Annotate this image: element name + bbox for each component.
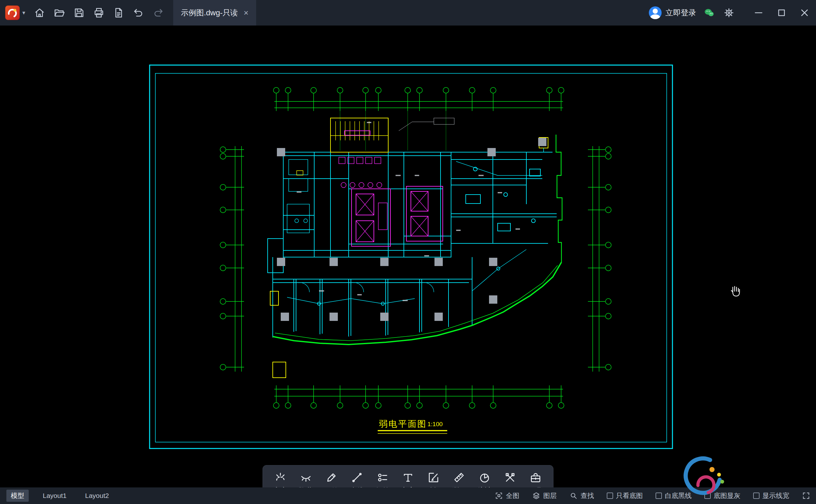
edit-icon: [427, 471, 440, 484]
redo-button[interactable]: [148, 0, 168, 26]
search-icon: [569, 492, 578, 500]
wechat-icon: [703, 7, 715, 19]
pdf-export-button[interactable]: [109, 0, 129, 26]
redo-icon: [152, 7, 164, 19]
home-icon: [34, 7, 45, 19]
document-tab[interactable]: 示例图.dwg-只读 ×: [173, 0, 256, 26]
open-file-button[interactable]: [49, 0, 69, 26]
checkbox-icon: [704, 493, 711, 499]
toggle-base-map-only[interactable]: 只看底图: [607, 491, 643, 500]
line-icon: [351, 471, 363, 484]
hide-icon: [300, 471, 312, 484]
document-tab-label: 示例图.dwg-只读: [181, 8, 238, 18]
settings-button[interactable]: [719, 0, 739, 26]
pdf-icon: [113, 7, 124, 19]
gear-icon: [723, 7, 735, 19]
drawing-title-text: 弱电平面图: [379, 419, 427, 429]
layers-icon: [532, 492, 540, 500]
avatar: [649, 6, 662, 19]
fullview-icon: [495, 492, 503, 500]
structural-columns: [277, 138, 546, 321]
layout-tabs: 模型 Layout1 Layout2: [6, 490, 113, 502]
stats-icon: [478, 471, 491, 484]
expand-icon: [802, 492, 810, 500]
toggle-label: 显示线宽: [762, 491, 789, 500]
titlebar: ▾ 示例图.dwg-只读 × 立即登录: [0, 0, 816, 26]
layout-tab-layout1[interactable]: Layout1: [38, 490, 71, 501]
cad-viewport[interactable]: 弱电平面图 1:100 高亮 隐藏: [0, 26, 816, 487]
open-folder-icon: [54, 7, 65, 19]
checkbox-icon: [753, 493, 760, 499]
toggle-white-bg-black-lines[interactable]: 白底黑线: [656, 491, 692, 500]
layers-label: 图层: [543, 491, 557, 500]
tools-icon: [529, 471, 542, 484]
measure-icon: [453, 471, 465, 484]
titlebar-right: 立即登录: [646, 0, 816, 26]
layout-tab-model[interactable]: 模型: [6, 490, 29, 502]
home-button[interactable]: [30, 0, 49, 26]
layout-tab-layout2[interactable]: Layout2: [81, 490, 114, 501]
login-label: 立即登录: [665, 8, 696, 18]
tag-icon: [376, 471, 389, 484]
highlight-icon: [274, 471, 287, 484]
full-view-label: 全图: [506, 491, 519, 500]
wechat-button[interactable]: [699, 0, 719, 26]
toggle-show-lineweight[interactable]: 显示线宽: [753, 491, 789, 500]
app-menu-button[interactable]: ▾: [0, 0, 30, 26]
undo-icon: [133, 7, 144, 19]
save-icon: [73, 7, 85, 19]
axis-grid: [220, 87, 611, 408]
minimize-button[interactable]: [747, 0, 770, 26]
window-controls: [747, 0, 816, 26]
tab-close-icon[interactable]: ×: [244, 9, 249, 17]
print-icon: [93, 7, 105, 19]
checkbox-icon: [656, 493, 662, 499]
drawing-scale-text: 1:100: [427, 421, 443, 427]
toggle-label: 底图显灰: [714, 491, 740, 500]
save-button[interactable]: [69, 0, 89, 26]
statusbar: 模型 Layout1 Layout2 全图 图层 查找 只看底图: [0, 487, 816, 504]
maximize-button[interactable]: [770, 0, 793, 26]
close-icon: [799, 7, 810, 19]
toggle-base-map-gray[interactable]: 底图显灰: [704, 491, 740, 500]
chevron-down-icon: ▾: [22, 9, 25, 16]
text-icon: [402, 471, 414, 484]
print-button[interactable]: [89, 0, 109, 26]
fullscreen-button[interactable]: [802, 492, 810, 500]
app-window: ▾ 示例图.dwg-只读 × 立即登录: [0, 0, 816, 504]
toggle-label: 白底黑线: [665, 491, 692, 500]
cad-drawing: 弱电平面图 1:100: [0, 26, 816, 487]
layers-button[interactable]: 图层: [532, 491, 557, 500]
statusbar-tools: 全图 图层 查找 只看底图 白底黑线 底图显灰: [495, 491, 810, 500]
drawing-title: 弱电平面图 1:100: [378, 419, 447, 434]
find-button[interactable]: 查找: [569, 491, 594, 500]
app-logo: [5, 5, 20, 20]
maximize-icon: [776, 7, 787, 19]
login-button[interactable]: 立即登录: [646, 6, 699, 19]
undo-button[interactable]: [129, 0, 148, 26]
close-button[interactable]: [793, 0, 816, 26]
full-view-button[interactable]: 全图: [495, 491, 519, 500]
toggle-label: 只看底图: [616, 491, 643, 500]
brush-icon: [325, 471, 338, 484]
checkbox-icon: [607, 493, 613, 499]
draw-icon: [504, 471, 516, 484]
building-plan: [268, 118, 562, 378]
minimize-icon: [753, 7, 764, 19]
find-label: 查找: [581, 491, 594, 500]
